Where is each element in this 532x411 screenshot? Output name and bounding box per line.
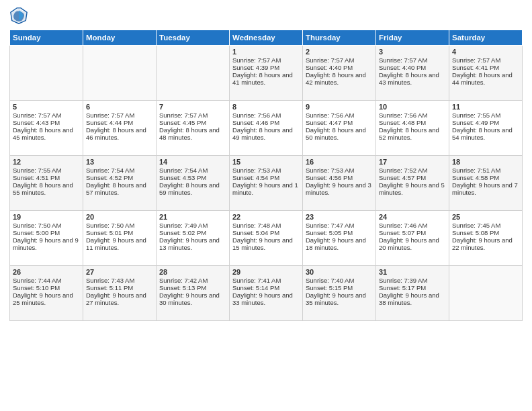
day-info: Sunrise: 7:53 AM [306,167,373,174]
day-info: Sunrise: 7:57 AM [306,56,373,64]
day-info: Daylight: 9 hours and 5 minutes. [379,181,446,196]
day-number: 4 [452,48,519,56]
day-cell: 6Sunrise: 7:57 AMSunset: 4:44 PMDaylight… [83,101,157,156]
day-info: Sunset: 5:11 PM [86,284,153,291]
day-info: Daylight: 8 hours and 54 minutes. [452,126,519,141]
day-cell [83,46,157,101]
day-number: 22 [232,213,300,221]
header-cell-saturday: Saturday [449,30,523,46]
day-info: Sunrise: 7:56 AM [379,111,446,119]
day-number: 28 [159,268,226,276]
day-number: 10 [379,103,446,111]
day-info: Daylight: 9 hours and 18 minutes. [306,236,373,251]
day-info: Sunrise: 7:47 AM [306,222,373,229]
day-number: 8 [232,103,300,111]
day-info: Sunrise: 7:50 AM [13,222,80,229]
day-info: Sunset: 5:02 PM [159,229,226,236]
day-info: Sunset: 4:53 PM [159,174,226,181]
day-info: Sunrise: 7:57 AM [159,111,226,119]
day-info: Daylight: 8 hours and 46 minutes. [86,126,153,141]
logo [9,7,31,26]
day-info: Daylight: 9 hours and 20 minutes. [379,236,446,251]
day-info: Daylight: 8 hours and 49 minutes. [232,126,300,141]
day-info: Daylight: 9 hours and 1 minute. [232,181,300,196]
day-info: Daylight: 9 hours and 27 minutes. [86,291,153,306]
day-info: Daylight: 9 hours and 22 minutes. [452,236,519,251]
day-info: Sunrise: 7:53 AM [232,167,300,174]
day-cell: 17Sunrise: 7:52 AMSunset: 4:57 PMDayligh… [376,156,449,211]
day-number: 17 [379,158,446,166]
day-cell: 5Sunrise: 7:57 AMSunset: 4:43 PMDaylight… [10,101,83,156]
day-info: Daylight: 8 hours and 59 minutes. [159,181,226,196]
day-info: Sunset: 4:44 PM [86,119,153,126]
day-cell: 30Sunrise: 7:40 AMSunset: 5:15 PMDayligh… [303,266,376,321]
day-info: Sunset: 5:08 PM [452,229,519,236]
day-info: Sunrise: 7:56 AM [232,111,300,119]
day-cell: 12Sunrise: 7:55 AMSunset: 4:51 PMDayligh… [10,156,83,211]
day-info: Daylight: 9 hours and 25 minutes. [13,291,80,306]
day-cell: 26Sunrise: 7:44 AMSunset: 5:10 PMDayligh… [10,266,83,321]
day-info: Daylight: 8 hours and 45 minutes. [13,126,80,141]
day-info: Daylight: 8 hours and 52 minutes. [379,126,446,141]
day-info: Sunrise: 7:57 AM [13,111,80,119]
day-info: Sunset: 4:58 PM [452,174,519,181]
day-number: 23 [306,213,373,221]
day-number: 9 [306,103,373,111]
day-cell: 22Sunrise: 7:48 AMSunset: 5:04 PMDayligh… [230,211,303,266]
header-cell-tuesday: Tuesday [157,30,230,46]
day-cell: 13Sunrise: 7:54 AMSunset: 4:52 PMDayligh… [83,156,157,211]
day-info: Sunset: 5:15 PM [306,284,373,291]
day-info: Daylight: 9 hours and 7 minutes. [452,181,519,196]
day-info: Daylight: 8 hours and 43 minutes. [379,71,446,86]
day-info: Daylight: 8 hours and 41 minutes. [232,71,300,86]
logo-icon [9,7,28,26]
week-row-2: 5Sunrise: 7:57 AMSunset: 4:43 PMDaylight… [10,101,523,156]
day-info: Sunset: 5:05 PM [306,229,373,236]
day-info: Sunrise: 7:41 AM [232,277,300,284]
header-cell-friday: Friday [376,30,449,46]
day-number: 6 [86,103,153,111]
day-cell: 4Sunrise: 7:57 AMSunset: 4:41 PMDaylight… [449,46,523,101]
day-info: Sunset: 5:07 PM [379,229,446,236]
day-number: 18 [452,158,519,166]
calendar-table: SundayMondayTuesdayWednesdayThursdayFrid… [9,30,523,321]
day-number: 1 [232,48,300,56]
day-info: Sunset: 5:14 PM [232,284,300,291]
day-number: 14 [159,158,226,166]
day-number: 24 [379,213,446,221]
day-cell [10,46,83,101]
day-info: Sunrise: 7:57 AM [452,56,519,64]
day-number: 3 [379,48,446,56]
day-info: Daylight: 8 hours and 55 minutes. [13,181,80,196]
day-info: Sunrise: 7:51 AM [452,167,519,174]
day-cell [157,46,230,101]
day-cell: 3Sunrise: 7:57 AMSunset: 4:40 PMDaylight… [376,46,449,101]
day-info: Daylight: 9 hours and 11 minutes. [86,236,153,251]
day-info: Sunrise: 7:50 AM [86,222,153,229]
day-info: Sunset: 4:46 PM [232,119,300,126]
day-cell: 7Sunrise: 7:57 AMSunset: 4:45 PMDaylight… [157,101,230,156]
day-number: 26 [13,268,80,276]
day-info: Sunrise: 7:46 AM [379,222,446,229]
header-cell-monday: Monday [83,30,157,46]
day-cell: 28Sunrise: 7:42 AMSunset: 5:13 PMDayligh… [157,266,230,321]
day-cell: 10Sunrise: 7:56 AMSunset: 4:48 PMDayligh… [376,101,449,156]
day-cell: 1Sunrise: 7:57 AMSunset: 4:39 PMDaylight… [230,46,303,101]
day-info: Daylight: 9 hours and 13 minutes. [159,236,226,251]
day-cell: 9Sunrise: 7:56 AMSunset: 4:47 PMDaylight… [303,101,376,156]
day-info: Daylight: 9 hours and 35 minutes. [306,291,373,306]
day-cell [449,266,523,321]
day-info: Sunset: 4:47 PM [306,119,373,126]
week-row-1: 1Sunrise: 7:57 AMSunset: 4:39 PMDaylight… [10,46,523,101]
day-info: Daylight: 8 hours and 50 minutes. [306,126,373,141]
day-info: Sunset: 4:45 PM [159,119,226,126]
day-info: Sunset: 5:04 PM [232,229,300,236]
day-number: 29 [232,268,300,276]
page: SundayMondayTuesdayWednesdayThursdayFrid… [0,0,532,411]
day-info: Sunrise: 7:55 AM [13,167,80,174]
day-info: Sunset: 5:00 PM [13,229,80,236]
day-cell: 19Sunrise: 7:50 AMSunset: 5:00 PMDayligh… [10,211,83,266]
day-info: Sunrise: 7:57 AM [232,56,300,64]
day-info: Sunrise: 7:44 AM [13,277,80,284]
day-number: 13 [86,158,153,166]
